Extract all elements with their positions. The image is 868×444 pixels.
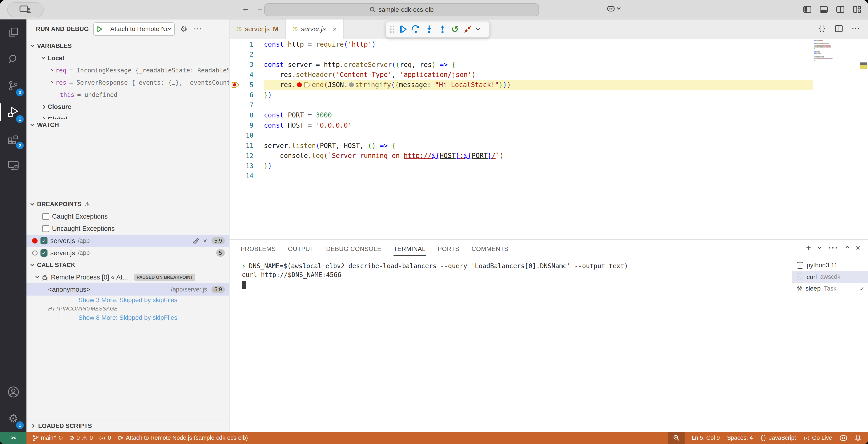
indentation-item[interactable]: Spaces: 4 [727, 435, 753, 441]
line-number[interactable]: 2 [241, 51, 253, 58]
step-over-button[interactable] [411, 25, 420, 34]
panel-tab-terminal[interactable]: TERMINAL [394, 242, 426, 256]
call-stack-header[interactable]: CALL STACK [27, 259, 229, 271]
ports-item[interactable]: 0 [99, 435, 111, 441]
step-into-button[interactable] [425, 25, 434, 34]
debug-configuration-select[interactable]: Attach to Remote Node.js [93, 22, 175, 36]
new-terminal-button[interactable]: + [806, 243, 811, 253]
panel-tab-comments[interactable]: COMMENTS [471, 242, 508, 256]
editor-more-actions[interactable]: ··· [852, 25, 860, 32]
code-line-3[interactable]: 3const server = http.createServer((req, … [229, 60, 868, 70]
language-mode-item[interactable]: {} JavaScript [760, 435, 796, 441]
checkbox-checked[interactable]: ✓ [40, 237, 48, 244]
scope-global[interactable]: Global [27, 113, 229, 119]
remove-breakpoint-icon[interactable]: × [203, 237, 207, 245]
checkbox-unchecked[interactable] [42, 225, 49, 232]
line-number[interactable]: 14 [241, 172, 253, 180]
remote-indicator[interactable]: >< [0, 432, 27, 444]
code-line-6[interactable]: 6}) [229, 90, 868, 100]
go-live-item[interactable]: Go Live [803, 435, 832, 441]
command-center-search[interactable]: sample-cdk-ecs-elb [265, 3, 539, 16]
zoom-indicator[interactable] [668, 432, 685, 444]
terminal-output[interactable]: ›DNS_NAME=$(awslocal elbv2 describe-load… [242, 262, 628, 289]
problems-item[interactable]: ⊘ 0 ⚠ 0 [69, 434, 93, 441]
drag-handle[interactable] [390, 26, 392, 27]
views-more-actions[interactable]: ··· [194, 25, 203, 33]
line-number[interactable]: 7 [241, 101, 253, 109]
variable-this[interactable]: this = undefined [27, 88, 229, 101]
inline-breakpoint-icon[interactable] [297, 82, 302, 87]
maximize-panel-button[interactable] [845, 246, 849, 250]
line-number[interactable]: 6 [241, 91, 253, 99]
tab-serverjs-active[interactable]: JS server.js × [286, 20, 344, 39]
disconnect-button[interactable] [463, 25, 472, 34]
variables-header[interactable]: VARIABLES [27, 40, 229, 52]
panel-tab-output[interactable]: OUTPUT [288, 242, 314, 256]
code-line-8[interactable]: 8const PORT = 3000 [229, 110, 868, 120]
debug-settings-gear[interactable]: ⚙ [181, 24, 187, 33]
caught-exceptions-row[interactable]: Caught Exceptions [27, 210, 229, 223]
restart-button[interactable]: ↺ [452, 26, 459, 33]
toggle-panel-button[interactable] [819, 5, 828, 14]
terminal-list-item-python3.11[interactable]: ›_python3.11 [792, 260, 868, 271]
activitybar-explorer[interactable] [0, 20, 27, 46]
code-line-1[interactable]: 1const http = require('http') [229, 39, 868, 50]
continue-button[interactable] [398, 25, 407, 34]
start-debug-button[interactable] [94, 26, 106, 32]
activitybar-accounts[interactable] [0, 379, 27, 405]
show-more-frames-link[interactable]: Show 8 More: Skipped by skipFiles [27, 313, 229, 322]
nav-forward-button[interactable]: → [256, 4, 264, 13]
activitybar-search[interactable] [0, 46, 27, 72]
checkbox-checked[interactable]: ✓ [40, 249, 48, 257]
nav-back-button[interactable]: ← [242, 4, 249, 13]
breakpoint-row[interactable]: ✓ server.js /app × 5:9 [27, 235, 229, 247]
minimap[interactable] [814, 40, 840, 63]
code-line-13[interactable]: 13}) [229, 161, 868, 171]
line-number[interactable]: 3 [241, 61, 253, 68]
code-line-7[interactable]: 7 [229, 100, 868, 110]
line-number[interactable]: 11 [241, 142, 253, 149]
stack-frame-row[interactable]: <anonymous> /app/server.js 5:9 [27, 283, 229, 296]
code-line-12[interactable]: 12 console.log(`Server running on http:/… [229, 151, 868, 161]
customize-layout-button[interactable] [852, 5, 862, 14]
panel-tab-problems[interactable]: PROBLEMS [241, 242, 276, 256]
code-line-2[interactable]: 2 [229, 49, 868, 60]
line-number[interactable]: 13 [241, 162, 253, 170]
checkbox-unchecked[interactable] [42, 213, 49, 220]
screen-share-indicator[interactable] [7, 2, 44, 17]
cursor-position-item[interactable]: Ln 5, Col 9 [692, 435, 720, 441]
line-number[interactable]: 4 [241, 71, 253, 79]
activitybar-extensions[interactable]: 2 [0, 126, 27, 152]
line-number[interactable]: 8 [241, 112, 253, 119]
toggle-secondary-sidebar-button[interactable] [836, 5, 845, 14]
paused-breakpoint-gutter-icon[interactable] [229, 81, 241, 88]
line-number[interactable]: 9 [241, 122, 253, 129]
git-branch-item[interactable]: main* ↻ [33, 434, 63, 441]
copilot-status-icon[interactable] [839, 434, 848, 442]
scope-local[interactable]: Local [27, 52, 229, 64]
toggle-primary-sidebar-button[interactable] [803, 5, 812, 14]
current-position-icon[interactable] [304, 82, 311, 88]
activitybar-source-control[interactable]: 2 [0, 72, 27, 99]
step-out-button[interactable] [438, 25, 447, 34]
variable-res[interactable]: res = ServerResponse {_events: {…}, _eve… [27, 77, 229, 89]
scope-closure[interactable]: Closure [27, 101, 229, 113]
uncaught-exceptions-row[interactable]: Uncaught Exceptions [27, 223, 229, 235]
bell-icon[interactable] [855, 434, 861, 442]
show-more-frames-link[interactable]: Show 3 More: Skipped by skipFiles [27, 296, 229, 304]
line-number[interactable]: 12 [241, 152, 253, 159]
panel-tab-ports[interactable]: PORTS [438, 242, 460, 256]
split-editor-button[interactable] [835, 24, 843, 33]
code-line-10[interactable]: 10 [229, 130, 868, 141]
code-line-9[interactable]: 9const HOST = '0.0.0.0' [229, 120, 868, 130]
panel-tab-debug-console[interactable]: DEBUG CONSOLE [326, 242, 381, 256]
terminal-list-item-sleep[interactable]: ⚒sleepTask✓ [792, 283, 868, 294]
code-line-11[interactable]: 11server.listen(PORT, HOST, () => { [229, 141, 868, 151]
close-icon[interactable]: × [333, 25, 337, 33]
line-number[interactable]: 1 [241, 41, 253, 48]
activitybar-settings[interactable]: ⚙ 1 [0, 405, 27, 432]
close-panel-button[interactable]: × [856, 243, 860, 252]
inline-breakpoint-candidate-icon[interactable] [349, 82, 354, 87]
loaded-scripts-header[interactable]: LOADED SCRIPTS [27, 420, 229, 432]
code-line-4[interactable]: 4 res.setHeader('Content-Type', 'applica… [229, 70, 868, 80]
